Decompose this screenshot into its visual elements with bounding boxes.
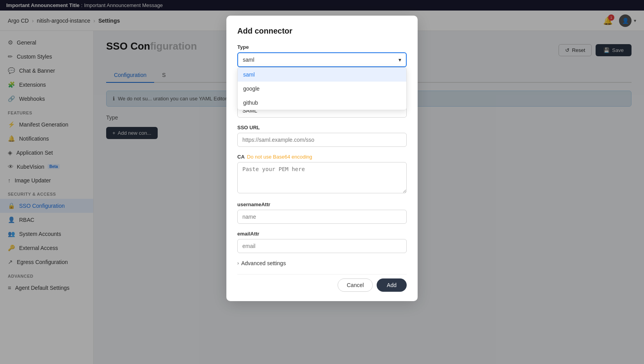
ca-label-row: CA Do not use Base64 encoding (237, 154, 407, 160)
advanced-settings-label: Advanced settings (241, 260, 286, 266)
sso-url-label: SSO URL (237, 125, 407, 130)
ca-label-text: CA (237, 154, 245, 160)
email-attr-label: emailAttr (237, 231, 407, 237)
type-select-wrapper: saml ▾ saml google github (237, 52, 407, 67)
type-label: Type (237, 44, 407, 50)
ca-textarea[interactable] (237, 162, 407, 193)
add-connector-modal: Add connector Type saml ▾ saml google gi… (226, 16, 418, 301)
type-dropdown-list: saml google github (237, 67, 407, 110)
email-attr-form-group: emailAttr (237, 231, 407, 253)
add-button[interactable]: Add (377, 278, 407, 292)
cancel-button[interactable]: Cancel (338, 278, 373, 292)
dropdown-item-github[interactable]: github (238, 96, 406, 110)
email-attr-input[interactable] (237, 239, 407, 253)
sso-url-form-group: SSO URL (237, 125, 407, 147)
username-attr-label: usernameAttr (237, 202, 407, 207)
chevron-down-icon: ▾ (398, 57, 401, 63)
modal-title: Add connector (237, 27, 407, 36)
chevron-right-icon: › (237, 261, 239, 266)
username-attr-form-group: usernameAttr (237, 202, 407, 224)
username-attr-input[interactable] (237, 210, 407, 224)
type-selected-value: saml (243, 57, 254, 63)
modal-footer: Cancel Add (237, 274, 407, 292)
ca-hint: Do not use Base64 encoding (247, 154, 312, 160)
type-form-group: Type saml ▾ saml google github (237, 44, 407, 67)
modal-overlay: Add connector Type saml ▾ saml google gi… (0, 0, 644, 364)
advanced-settings-row[interactable]: › Advanced settings (237, 260, 407, 266)
dropdown-item-saml[interactable]: saml (238, 68, 406, 82)
sso-url-input[interactable] (237, 133, 407, 147)
type-select[interactable]: saml ▾ (237, 52, 407, 67)
dropdown-item-google[interactable]: google (238, 82, 406, 96)
ca-form-group: CA Do not use Base64 encoding (237, 154, 407, 194)
